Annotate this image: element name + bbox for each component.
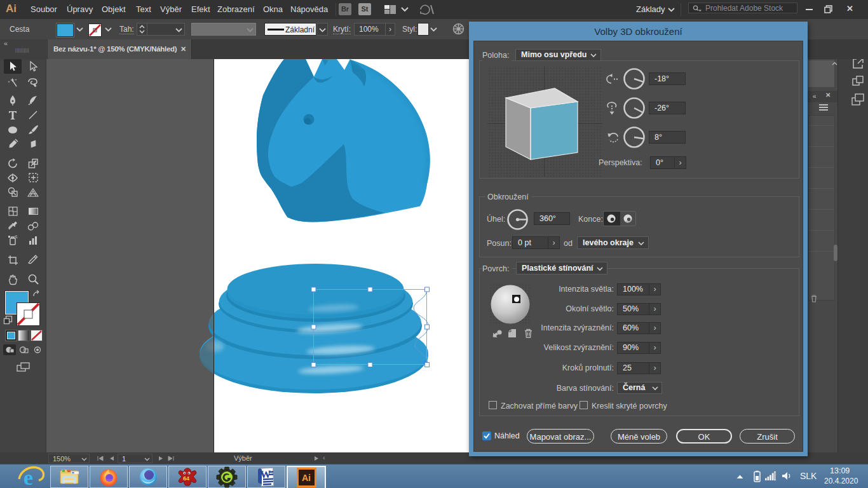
svg-text:64: 64 [183,475,189,482]
